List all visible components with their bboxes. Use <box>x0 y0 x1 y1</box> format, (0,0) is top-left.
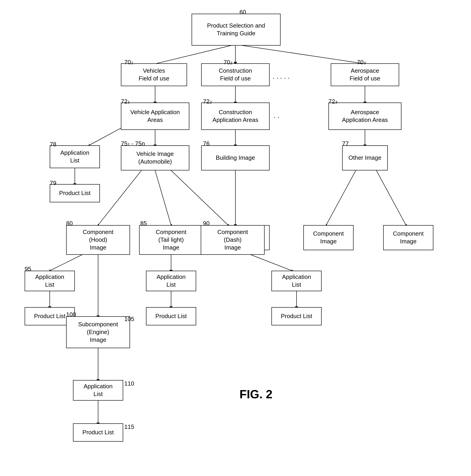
ref-100: 100 <box>66 311 76 318</box>
ref-72-3: 72₃ <box>328 98 337 105</box>
node-75: Vehicle Image (Automobile) <box>121 145 189 170</box>
node-app85: Application List <box>146 271 196 291</box>
prod95-label: Product List <box>34 312 65 320</box>
ref-115: 115 <box>124 423 134 430</box>
ref-77: 77 <box>342 140 349 147</box>
node-72-1: Vehicle Application Areas <box>121 102 189 130</box>
node-70-1: Vehicles Field of use <box>121 63 187 86</box>
ref-72-1: 72₁ <box>121 98 130 105</box>
node-77: Other Image <box>342 145 388 170</box>
root-label: Product Selection and Training Guide <box>207 22 265 37</box>
node-110: Application List <box>73 380 123 401</box>
n76-label: Building Image <box>216 154 255 162</box>
n78-label: Application List <box>60 149 89 165</box>
app85-label: Application List <box>157 273 185 289</box>
prod90-label: Product List <box>281 312 312 320</box>
ref-90: 90 <box>203 220 210 227</box>
svg-line-34 <box>50 255 82 271</box>
ref-70-3: 70₃ <box>357 59 366 66</box>
app95-label: Application List <box>35 273 64 289</box>
node-70-3: Aerospace Field of use <box>331 63 399 86</box>
n115-label: Product List <box>82 429 114 436</box>
n85-label: Component (Tail light) Image <box>156 228 186 251</box>
n77-label: Other Image <box>348 154 381 162</box>
node-76: Building Image <box>201 145 270 170</box>
n72-1-label: Vehicle Application Areas <box>130 108 180 124</box>
n100-label: Subcomponent (Engine) Image <box>78 321 118 344</box>
ref-72-2: 72₂ <box>203 98 212 105</box>
node-comp-other-2: Component Image <box>383 225 433 250</box>
ref-85: 85 <box>140 220 147 227</box>
node-80: Component (Hood) Image <box>66 225 130 255</box>
svg-line-44 <box>251 255 292 271</box>
node-70-2: Construction Field of use <box>201 63 270 86</box>
node-90: Component (Dash) Image <box>201 225 265 255</box>
root-node: Product Selection and Training Guide <box>192 14 281 46</box>
n70-1-label: Vehicles Field of use <box>139 67 169 83</box>
svg-line-26 <box>171 170 228 225</box>
n70-2-label: Construction Field of use <box>219 67 252 83</box>
node-prod85: Product List <box>146 307 196 325</box>
n72-3-label: Aerospace Application Areas <box>342 108 388 124</box>
n79-label: Product List <box>59 189 90 197</box>
node-72-2: Construction Application Areas <box>201 102 270 130</box>
comp-other-1-label: Component Image <box>313 230 344 245</box>
dots-1: . . . . . <box>272 72 290 80</box>
node-app95: Application List <box>25 271 75 291</box>
figure-label: FIG. 2 <box>239 387 272 401</box>
ref-105: 105 <box>124 316 134 323</box>
node-prod90: Product List <box>272 307 322 325</box>
svg-line-32 <box>376 170 406 225</box>
ref-80: 80 <box>66 220 73 227</box>
n70-3-label: Aerospace Field of use <box>350 67 380 83</box>
node-72-3: Aerospace Application Areas <box>328 102 401 130</box>
node-app90: Application List <box>272 271 322 291</box>
node-115: Product List <box>73 423 123 442</box>
app90-label: Application List <box>282 273 311 289</box>
n72-2-label: Construction Application Areas <box>213 108 258 124</box>
ref-70-2: 70₂ <box>223 59 233 66</box>
ref-110: 110 <box>124 380 134 387</box>
node-85: Component (Tail light) Image <box>139 225 203 255</box>
node-79: Product List <box>50 184 100 202</box>
prod85-label: Product List <box>155 312 187 320</box>
ref-95: 95 <box>25 265 31 272</box>
ref-75: 75₁ - 75n <box>121 140 145 147</box>
n110-label: Application List <box>84 383 112 398</box>
ref-60: 60 <box>239 9 246 16</box>
ref-76: 76 <box>203 140 210 147</box>
n80-label: Component (Hood) Image <box>83 228 113 251</box>
ref-70-1: 70₁ <box>124 59 133 66</box>
ref-79: 79 <box>50 180 56 187</box>
svg-line-30 <box>326 170 356 225</box>
ref-78: 78 <box>50 141 56 148</box>
node-78: Application List <box>50 145 100 168</box>
dots-2: . . <box>274 112 279 119</box>
svg-line-4 <box>236 44 365 64</box>
n75-label: Vehicle Image (Automobile) <box>136 150 174 166</box>
comp-other-2-label: Component Image <box>393 230 424 245</box>
svg-line-24 <box>155 170 171 225</box>
n90-label: Component (Dash) Image <box>217 228 248 251</box>
node-100: Subcomponent (Engine) Image <box>66 316 130 348</box>
node-comp-other-1: Component Image <box>303 225 354 250</box>
svg-line-22 <box>98 170 141 225</box>
